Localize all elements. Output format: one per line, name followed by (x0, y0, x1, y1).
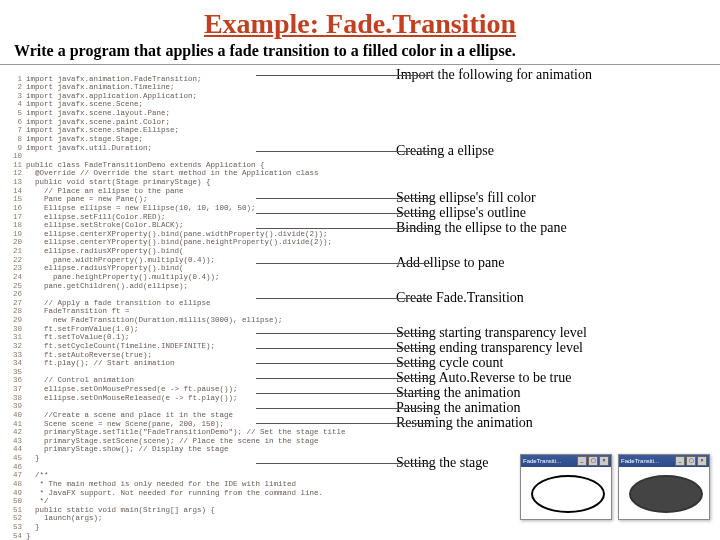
annotation-12: Pausing the animation (396, 400, 520, 416)
annotation-6: Create Fade.Transition (396, 290, 524, 306)
close-icon[interactable]: × (599, 456, 609, 466)
annotation-13: Resuming the animation (396, 415, 533, 431)
annotation-5: Add ellipse to pane (396, 255, 504, 271)
annotation-2: Setting ellipse's fill color (396, 190, 536, 206)
minimize-icon[interactable]: _ (577, 456, 587, 466)
annotation-leader-line (256, 423, 431, 424)
maximize-icon[interactable]: ▢ (686, 456, 696, 466)
window-titlebar: FadeTransiti... _ ▢ × (521, 455, 611, 467)
annotation-leader-line (256, 198, 431, 199)
close-icon[interactable]: × (697, 456, 707, 466)
maximize-icon[interactable]: ▢ (588, 456, 598, 466)
output-windows: FadeTransiti... _ ▢ × FadeTransiti... _ … (520, 454, 710, 520)
window-title-text: FadeTransiti... (523, 458, 561, 464)
annotation-9: Setting cycle count (396, 355, 503, 371)
window-title-text: FadeTransiti... (621, 458, 659, 464)
annotation-11: Starting the animation (396, 385, 520, 401)
ellipse-filled (629, 475, 703, 513)
code-block: 1import javafx.animation.FadeTransition;… (0, 73, 356, 541)
annotation-3: Setting ellipse's outline (396, 205, 526, 221)
annotation-10: Setting Auto.Reverse to be true (396, 370, 571, 386)
annotation-leader-line (256, 408, 431, 409)
annotation-leader-line (256, 75, 431, 76)
window-filled: FadeTransiti... _ ▢ × (618, 454, 710, 520)
window-buttons: _ ▢ × (675, 456, 707, 466)
annotation-leader-line (256, 213, 431, 214)
window-outline: FadeTransiti... _ ▢ × (520, 454, 612, 520)
annotation-4: Binding the ellipse to the pane (396, 220, 567, 236)
annotation-leader-line (256, 298, 431, 299)
annotation-leader-line (256, 228, 431, 229)
slide-subtitle: Write a program that applies a fade tran… (0, 42, 720, 65)
annotation-8: Setting ending transparency level (396, 340, 583, 356)
annotation-leader-line (256, 348, 431, 349)
annotation-leader-line (256, 463, 431, 464)
ellipse-outline (531, 475, 605, 513)
annotation-14: Setting the stage (396, 455, 489, 471)
annotation-leader-line (256, 363, 431, 364)
annotation-leader-line (256, 378, 431, 379)
annotation-0: Import the following for animation (396, 67, 592, 83)
annotation-leader-line (256, 333, 431, 334)
slide-title: Example: Fade.Transition (0, 8, 720, 40)
annotation-leader-line (256, 393, 431, 394)
annotation-1: Creating a ellipse (396, 143, 494, 159)
annotation-leader-line (256, 151, 431, 152)
minimize-icon[interactable]: _ (675, 456, 685, 466)
annotation-7: Setting starting transparency level (396, 325, 587, 341)
annotation-leader-line (256, 263, 431, 264)
window-buttons: _ ▢ × (577, 456, 609, 466)
window-titlebar: FadeTransiti... _ ▢ × (619, 455, 709, 467)
